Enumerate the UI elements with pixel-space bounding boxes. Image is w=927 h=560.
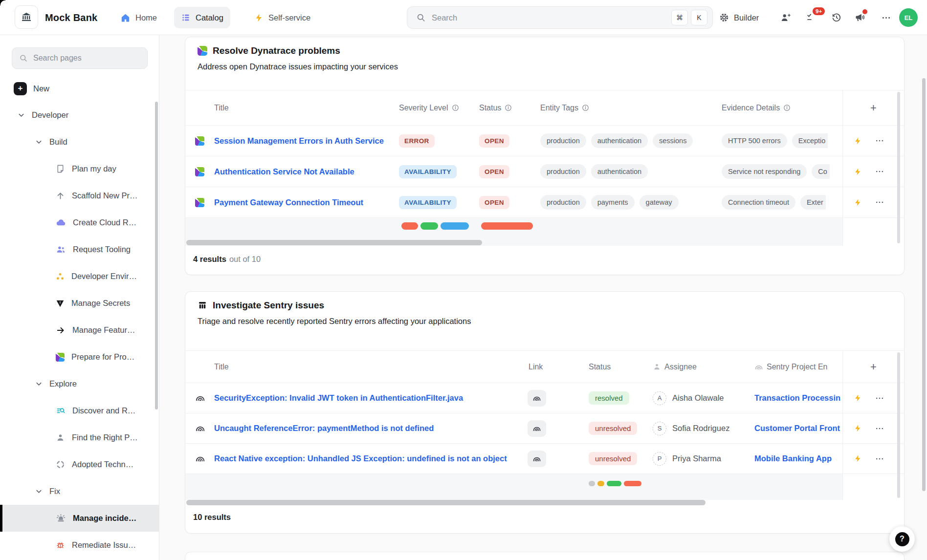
sentry-link-button[interactable] bbox=[528, 420, 546, 437]
sidebar-item-prepare-for-pro[interactable]: Prepare for Pro… bbox=[0, 344, 159, 370]
horizontal-scrollbar[interactable] bbox=[186, 500, 706, 505]
run-action-button[interactable] bbox=[854, 454, 862, 463]
nav-catalog[interactable]: Catalog bbox=[174, 7, 230, 28]
row-title-link[interactable]: Session Management Errors in Auth Servic… bbox=[214, 126, 384, 156]
sidebar-item-build[interactable]: Build bbox=[0, 129, 159, 155]
severity-badge-label: ERROR bbox=[399, 134, 435, 148]
sidebar-item-scaffold-new-pr[interactable]: Scaffold New Pr… bbox=[0, 182, 159, 209]
sidebar-new-button[interactable]: + New bbox=[14, 81, 49, 96]
row-title-link[interactable]: Uncaught ReferenceError: paymentMethod i… bbox=[214, 413, 434, 443]
global-search-input[interactable]: Search ⌘ K bbox=[407, 6, 713, 29]
entity-tag: authentication bbox=[591, 133, 648, 148]
evidence-cell: Service not respondingCo bbox=[722, 156, 842, 187]
run-action-button[interactable] bbox=[854, 137, 862, 145]
severity-badge: AVAILABILITY bbox=[399, 156, 457, 187]
sidebar-search-input[interactable]: Search pages bbox=[12, 47, 148, 69]
results-summary: 4 resultsout of 10 bbox=[193, 255, 261, 264]
sidebar: Search pages + New DeveloperBuildPlan my… bbox=[0, 35, 159, 560]
severity-badge-label: AVAILABILITY bbox=[399, 165, 457, 178]
invite-user-button[interactable] bbox=[780, 0, 791, 35]
run-action-button[interactable] bbox=[854, 168, 862, 176]
colored-chip bbox=[481, 222, 533, 230]
row-title-link[interactable]: Payment Gateway Connection Timeout bbox=[214, 187, 363, 217]
row-more-button[interactable] bbox=[875, 136, 884, 146]
row-title-link[interactable]: Authentication Service Not Available bbox=[214, 156, 354, 187]
sidebar-item-label: Manage Secrets bbox=[71, 299, 130, 308]
sentry-icon bbox=[195, 413, 214, 443]
announcements-button[interactable] bbox=[855, 0, 865, 35]
sentry-project-link[interactable]: Customer Portal Front bbox=[754, 413, 842, 443]
assignee-cell: PPriya Sharma bbox=[653, 444, 721, 474]
row-title-link[interactable]: SecurityException: Invalid JWT token in … bbox=[214, 383, 463, 413]
dynatrace-icon bbox=[195, 156, 214, 187]
sidebar-item-adopted-techn[interactable]: Adopted Techn… bbox=[0, 451, 159, 478]
sidebar-item-remediate-issu[interactable]: Remediate Issu… bbox=[0, 532, 159, 559]
sidebar-item-manage-incide[interactable]: Manage incide… bbox=[0, 505, 159, 532]
dashed-circle-icon bbox=[56, 460, 65, 469]
entity-tag: production bbox=[540, 164, 586, 179]
sidebar-item-find-the-right-p[interactable]: Find the Right P… bbox=[0, 424, 159, 451]
sidebar-item-request-tooling[interactable]: Request Tooling bbox=[0, 236, 159, 263]
sidebar-item-label: Developer Envir… bbox=[71, 272, 137, 281]
sentry-project-link[interactable]: Transaction Processin bbox=[754, 383, 842, 413]
evidence-tag: Exceptio bbox=[792, 133, 828, 148]
row-more-button[interactable] bbox=[875, 167, 884, 176]
table-vertical-scrollbar[interactable] bbox=[897, 352, 900, 498]
builder-button[interactable]: Builder bbox=[719, 0, 759, 35]
status-badge: unresolved bbox=[589, 444, 637, 474]
arrow-up-icon bbox=[56, 191, 65, 200]
nav-home[interactable]: Home bbox=[113, 7, 164, 28]
sidebar-item-developer[interactable]: Developer bbox=[0, 102, 159, 129]
sidebar-item-manage-secrets[interactable]: Manage Secrets bbox=[0, 290, 159, 317]
cmd-keycap: ⌘ bbox=[671, 10, 688, 25]
row-more-button[interactable] bbox=[875, 454, 884, 464]
brand-logo[interactable] bbox=[15, 5, 38, 29]
sidebar-item-explore[interactable]: Explore bbox=[0, 370, 159, 397]
severity-badge: AVAILABILITY bbox=[399, 187, 457, 217]
sidebar-item-plan-my-day[interactable]: Plan my day bbox=[0, 155, 159, 182]
sidebar-item-create-cloud-r[interactable]: Create Cloud R… bbox=[0, 209, 159, 236]
sidebar-item-label: Manage Featur… bbox=[72, 325, 135, 335]
sidebar-item-label: Adopted Techn… bbox=[72, 460, 133, 469]
evidence-tag: Co bbox=[812, 164, 830, 179]
entity-tag: payments bbox=[591, 195, 635, 210]
catalog-icon bbox=[181, 13, 191, 22]
colored-chip bbox=[420, 222, 438, 230]
bank-icon bbox=[21, 11, 32, 23]
status-badge-label: OPEN bbox=[479, 165, 509, 178]
sidebar-item-label: Find the Right P… bbox=[72, 433, 138, 442]
row-more-button[interactable] bbox=[875, 424, 884, 433]
row-more-button[interactable] bbox=[875, 197, 884, 207]
sentry-link-button[interactable] bbox=[528, 451, 546, 467]
entity-tag: authentication bbox=[591, 164, 648, 179]
row-title-link[interactable]: React Native exception: Unhandled JS Exc… bbox=[214, 444, 507, 474]
sidebar-item-manage-featur[interactable]: Manage Featur… bbox=[0, 317, 159, 344]
sidebar-scrollbar[interactable] bbox=[155, 102, 158, 409]
sentry-link-button[interactable] bbox=[528, 390, 546, 407]
run-action-button[interactable] bbox=[854, 424, 862, 432]
table-row: Authentication Service Not AvailableAVAI… bbox=[185, 156, 904, 187]
ellipsis-icon bbox=[881, 13, 891, 23]
table-vertical-scrollbar[interactable] bbox=[897, 92, 900, 243]
sentry-project-link[interactable]: Mobile Banking App bbox=[754, 444, 842, 474]
sidebar-item-developer-envir[interactable]: Developer Envir… bbox=[0, 263, 159, 290]
header-more-button[interactable] bbox=[881, 0, 891, 35]
runs-button[interactable]: 9+ bbox=[806, 0, 817, 35]
user-avatar[interactable]: EL bbox=[899, 8, 918, 27]
assignee-cell: SSofia Rodriguez bbox=[653, 413, 729, 443]
nav-self-service[interactable]: Self-service bbox=[247, 7, 317, 28]
horizontal-scrollbar[interactable] bbox=[186, 240, 482, 245]
brand-name: Mock Bank bbox=[45, 0, 97, 35]
help-button[interactable]: ? bbox=[889, 526, 915, 552]
sidebar-item-discover-and-r[interactable]: Discover and R… bbox=[0, 397, 159, 424]
history-button[interactable] bbox=[831, 0, 842, 35]
sidebar-item-fix[interactable]: Fix bbox=[0, 478, 159, 505]
run-action-button[interactable] bbox=[854, 198, 862, 207]
status-badge-label: resolved bbox=[589, 391, 629, 405]
run-action-button[interactable] bbox=[854, 394, 862, 402]
assignee-avatar: S bbox=[653, 422, 666, 435]
row-more-button[interactable] bbox=[875, 393, 884, 403]
window-scrollbar[interactable] bbox=[922, 78, 926, 491]
table-row: Session Management Errors in Auth Servic… bbox=[185, 126, 904, 156]
colored-chip bbox=[441, 222, 469, 230]
